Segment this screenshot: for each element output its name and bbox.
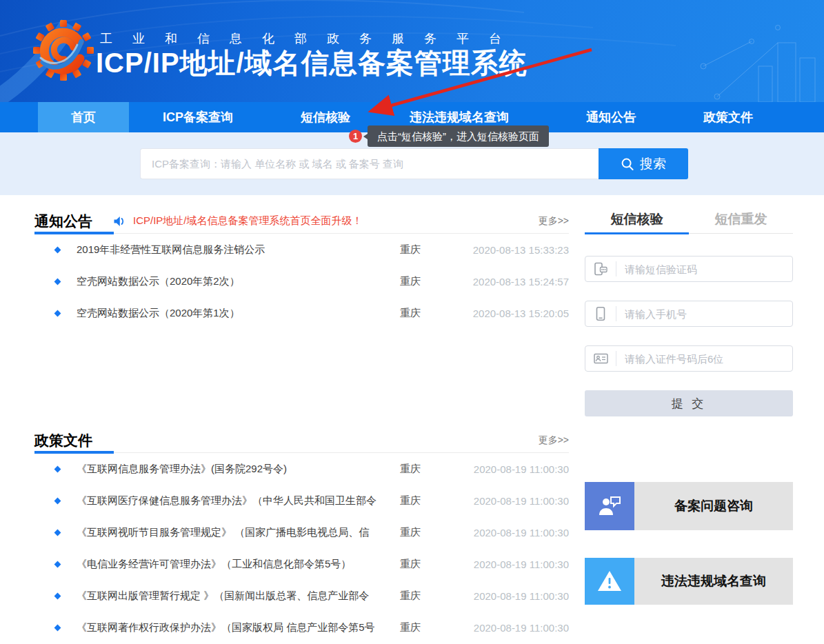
search-row: 搜索: [140, 148, 688, 179]
consult-quick-link[interactable]: 备案问题咨询: [585, 482, 793, 530]
policy-row[interactable]: 《互联网视听节目服务管理规定》 （国家广播电影电视总局、信 重庆 2020-08…: [34, 516, 569, 548]
policies-section: 政策文件 更多>> 《互联网信息服务管理办法》(国务院292号令) 重庆 202…: [34, 428, 569, 643]
diamond-bullet-icon: [54, 624, 61, 631]
sms-code-field[interactable]: [585, 256, 793, 282]
consult-label: 备案问题咨询: [634, 482, 793, 530]
idcard-icon: [585, 351, 616, 366]
policy-region: 重庆: [400, 526, 465, 539]
notices-more-link[interactable]: 更多>>: [539, 215, 569, 228]
phone-icon: [585, 306, 616, 321]
policies-list: 《互联网信息服务管理办法》(国务院292号令) 重庆 2020-08-19 11…: [34, 453, 569, 643]
notices-section: 通知公告 ICP/IP地址/域名信息备案管理系统首页全面升级！ 更多>>: [34, 209, 569, 329]
policy-title: 《互联网信息服务管理办法》(国务院292号令): [77, 463, 400, 476]
policy-row[interactable]: 《互联网信息服务管理办法》(国务院292号令) 重庆 2020-08-19 11…: [34, 453, 569, 485]
policy-time: 2020-08-19 11:00:30: [465, 495, 569, 507]
policy-region: 重庆: [400, 558, 465, 571]
phone-input[interactable]: [616, 301, 792, 326]
policy-title: 《电信业务经营许可管理办法》（工业和信息化部令第5号）: [77, 558, 400, 571]
illegal-domain-quick-link[interactable]: 违法违规域名查询: [585, 558, 793, 605]
notice-title: 2019年非经营性互联网信息服务注销公示: [77, 243, 400, 256]
policy-title: 《互联网视听节目服务管理规定》 （国家广播电影电视总局、信: [77, 526, 400, 539]
policy-time: 2020-08-19 11:00:30: [465, 622, 569, 634]
notice-title: 空壳网站数据公示（2020年第2次）: [77, 275, 400, 288]
phone-field[interactable]: [585, 301, 793, 327]
nav-item-policies[interactable]: 政策文件: [687, 102, 769, 132]
policy-time: 2020-08-19 11:00:30: [465, 590, 569, 602]
nav-item-icp-query[interactable]: ICP备案查询: [129, 102, 267, 132]
policy-region: 重庆: [400, 621, 465, 634]
warning-icon: [585, 558, 634, 605]
sms-verify-form: 提 交: [585, 256, 793, 416]
illegal-domain-label: 违法违规域名查询: [634, 558, 793, 605]
speaker-icon: [113, 215, 126, 228]
policy-time: 2020-08-19 11:00:30: [465, 527, 569, 539]
policy-row[interactable]: 《互联网著作权行政保护办法》（国家版权局 信息产业部令第5号 重庆 2020-0…: [34, 612, 569, 643]
diamond-bullet-icon: [54, 561, 61, 567]
notice-row[interactable]: 空壳网站数据公示（2020年第1次） 重庆 2020-08-13 15:20:0…: [34, 297, 569, 329]
page: 工业和信息化部政务服务平台 ICP/IP地址/域名信息备案管理系统 首页 ICP…: [0, 0, 824, 644]
policy-row[interactable]: 《互联网医疗保健信息服务管理办法》（中华人民共和国卫生部令 重庆 2020-08…: [34, 485, 569, 516]
search-button[interactable]: 搜索: [599, 148, 688, 179]
search-icon: [621, 157, 634, 171]
sms-panel-tabs: 短信核验 短信重发: [585, 209, 793, 234]
site-header: 工业和信息化部政务服务平台 ICP/IP地址/域名信息备案管理系统: [0, 0, 824, 102]
notice-time: 2020-08-13 15:24:57: [465, 276, 569, 288]
search-button-label: 搜索: [640, 155, 666, 173]
notices-marquee-text: ICP/IP地址/域名信息备案管理系统首页全面升级！: [133, 214, 363, 228]
policies-header: 政策文件 更多>>: [34, 428, 569, 453]
diamond-bullet-icon: [54, 529, 61, 536]
notices-header: 通知公告 ICP/IP地址/域名信息备案管理系统首页全面升级！ 更多>>: [34, 209, 569, 234]
notice-region: 重庆: [400, 243, 465, 256]
policy-row[interactable]: 《互联网出版管理暂行规定 》（国新闻出版总署、信息产业部令 重庆 2020-08…: [34, 580, 569, 612]
idcard-input[interactable]: [616, 346, 792, 371]
notice-time: 2020-08-13 15:20:05: [465, 308, 569, 319]
sms-code-icon: [585, 261, 616, 276]
notices-title: 通知公告: [34, 212, 92, 231]
nav-item-home[interactable]: 首页: [38, 102, 129, 132]
notice-row[interactable]: 2019年非经营性互联网信息服务注销公示 重庆 2020-08-13 15:33…: [34, 234, 569, 265]
notice-row[interactable]: 空壳网站数据公示（2020年第2次） 重庆 2020-08-13 15:24:5…: [34, 265, 569, 297]
diamond-bullet-icon: [54, 465, 61, 472]
site-logo-gear-icon[interactable]: [32, 17, 95, 84]
tab-sms-resend[interactable]: 短信重发: [689, 209, 793, 233]
diamond-bullet-icon: [54, 246, 61, 253]
policy-time: 2020-08-19 11:00:30: [465, 559, 569, 570]
submit-button[interactable]: 提 交: [585, 390, 793, 416]
right-column: 短信核验 短信重发: [585, 209, 793, 643]
policy-time: 2020-08-19 11:00:30: [465, 463, 569, 475]
policy-row[interactable]: 《电信业务经营许可管理办法》（工业和信息化部令第5号） 重庆 2020-08-1…: [34, 548, 569, 580]
guide-tooltip: 点击“短信核验”，进入短信核验页面: [368, 125, 549, 147]
left-column: 通知公告 ICP/IP地址/域名信息备案管理系统首页全面升级！ 更多>>: [34, 209, 569, 643]
notices-marquee[interactable]: ICP/IP地址/域名信息备案管理系统首页全面升级！: [113, 214, 363, 228]
sms-code-input[interactable]: [616, 256, 792, 281]
icp-search-input[interactable]: [140, 148, 599, 179]
diamond-bullet-icon: [54, 592, 61, 599]
tab-sms-verify[interactable]: 短信核验: [585, 209, 689, 233]
site-title: ICP/IP地址/域名信息备案管理系统: [96, 44, 527, 82]
step-badge: 1: [349, 130, 362, 143]
policies-more-link[interactable]: 更多>>: [539, 434, 569, 447]
main-content: 通知公告 ICP/IP地址/域名信息备案管理系统首页全面升级！ 更多>>: [0, 195, 824, 643]
policy-region: 重庆: [400, 590, 465, 603]
notice-region: 重庆: [400, 307, 465, 320]
notices-list: 2019年非经营性互联网信息服务注销公示 重庆 2020-08-13 15:33…: [34, 234, 569, 329]
policy-title: 《互联网出版管理暂行规定 》（国新闻出版总署、信息产业部令: [77, 590, 400, 603]
policy-region: 重庆: [400, 463, 465, 476]
diamond-bullet-icon: [54, 497, 61, 504]
policy-title: 《互联网著作权行政保护办法》（国家版权局 信息产业部令第5号: [77, 621, 400, 634]
notice-title: 空壳网站数据公示（2020年第1次）: [77, 307, 400, 320]
policies-title: 政策文件: [34, 431, 92, 450]
diamond-bullet-icon: [54, 310, 61, 316]
policy-title: 《互联网医疗保健信息服务管理办法》（中华人民共和国卫生部令: [77, 494, 400, 507]
notice-region: 重庆: [400, 275, 465, 288]
guide-annotation: 1 点击“短信核验”，进入短信核验页面: [349, 125, 549, 147]
policy-region: 重庆: [400, 494, 465, 507]
notice-time: 2020-08-13 15:33:23: [465, 244, 569, 256]
nav-item-notices[interactable]: 通知公告: [534, 102, 687, 132]
consult-icon: [585, 482, 634, 530]
diamond-bullet-icon: [54, 278, 61, 285]
idcard-field[interactable]: [585, 345, 793, 372]
